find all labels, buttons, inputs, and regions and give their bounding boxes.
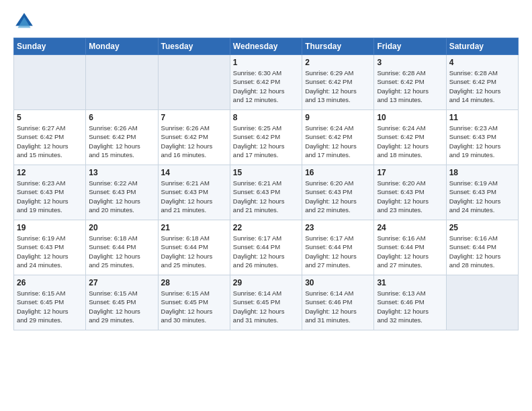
day-number: 26 xyxy=(17,278,83,287)
calendar-cell: 18Sunrise: 6:19 AM Sunset: 6:43 PM Dayli… xyxy=(446,165,518,220)
day-number: 30 xyxy=(305,278,371,287)
day-info: Sunrise: 6:28 AM Sunset: 6:42 PM Dayligh… xyxy=(377,68,443,104)
day-number: 21 xyxy=(161,223,227,232)
day-info: Sunrise: 6:21 AM Sunset: 6:43 PM Dayligh… xyxy=(233,179,299,214)
day-info: Sunrise: 6:27 AM Sunset: 6:42 PM Dayligh… xyxy=(17,124,83,159)
calendar-cell: 11Sunrise: 6:23 AM Sunset: 6:43 PM Dayli… xyxy=(446,110,518,165)
day-info: Sunrise: 6:15 AM Sunset: 6:45 PM Dayligh… xyxy=(89,289,154,324)
calendar-cell xyxy=(14,55,86,110)
calendar-cell: 15Sunrise: 6:21 AM Sunset: 6:43 PM Dayli… xyxy=(230,165,302,220)
day-info: Sunrise: 6:18 AM Sunset: 6:44 PM Dayligh… xyxy=(89,234,154,269)
day-number: 23 xyxy=(305,223,371,232)
calendar-week-3: 12Sunrise: 6:23 AM Sunset: 6:43 PM Dayli… xyxy=(14,165,519,220)
calendar-cell: 27Sunrise: 6:15 AM Sunset: 6:45 PM Dayli… xyxy=(86,275,158,330)
day-number: 14 xyxy=(161,168,227,177)
day-number: 11 xyxy=(449,113,515,122)
calendar-cell: 3Sunrise: 6:28 AM Sunset: 6:42 PM Daylig… xyxy=(374,55,446,110)
calendar-cell: 25Sunrise: 6:16 AM Sunset: 6:44 PM Dayli… xyxy=(446,220,518,275)
day-number: 7 xyxy=(161,113,227,122)
calendar-cell: 29Sunrise: 6:14 AM Sunset: 6:45 PM Dayli… xyxy=(230,275,302,330)
weekday-header-row: SundayMondayTuesdayWednesdayThursdayFrid… xyxy=(14,38,519,55)
calendar-cell: 21Sunrise: 6:18 AM Sunset: 6:44 PM Dayli… xyxy=(158,220,230,275)
calendar-cell: 6Sunrise: 6:26 AM Sunset: 6:42 PM Daylig… xyxy=(86,110,158,165)
day-info: Sunrise: 6:16 AM Sunset: 6:44 PM Dayligh… xyxy=(377,234,443,269)
day-number: 6 xyxy=(89,113,154,122)
day-number: 15 xyxy=(233,168,299,177)
weekday-header-monday: Monday xyxy=(86,38,158,55)
weekday-header-sunday: Sunday xyxy=(14,38,86,55)
calendar-cell: 4Sunrise: 6:28 AM Sunset: 6:42 PM Daylig… xyxy=(446,55,518,110)
calendar-cell: 7Sunrise: 6:26 AM Sunset: 6:42 PM Daylig… xyxy=(158,110,230,165)
day-info: Sunrise: 6:22 AM Sunset: 6:43 PM Dayligh… xyxy=(89,179,154,214)
day-info: Sunrise: 6:29 AM Sunset: 6:42 PM Dayligh… xyxy=(305,68,371,104)
day-info: Sunrise: 6:20 AM Sunset: 6:43 PM Dayligh… xyxy=(377,179,443,214)
day-number: 9 xyxy=(305,113,371,122)
day-number: 24 xyxy=(377,223,443,232)
day-number: 10 xyxy=(377,113,443,122)
calendar-cell xyxy=(158,55,230,110)
day-info: Sunrise: 6:15 AM Sunset: 6:45 PM Dayligh… xyxy=(161,289,227,324)
day-info: Sunrise: 6:18 AM Sunset: 6:44 PM Dayligh… xyxy=(161,234,227,269)
calendar-cell: 22Sunrise: 6:17 AM Sunset: 6:44 PM Dayli… xyxy=(230,220,302,275)
weekday-header-friday: Friday xyxy=(374,38,446,55)
day-number: 8 xyxy=(233,113,299,122)
day-info: Sunrise: 6:13 AM Sunset: 6:46 PM Dayligh… xyxy=(377,289,443,324)
day-number: 25 xyxy=(449,223,515,232)
weekday-header-saturday: Saturday xyxy=(446,38,518,55)
day-number: 13 xyxy=(89,168,154,177)
day-number: 5 xyxy=(17,113,83,122)
weekday-header-thursday: Thursday xyxy=(302,38,374,55)
day-number: 29 xyxy=(233,278,299,287)
day-info: Sunrise: 6:28 AM Sunset: 6:42 PM Dayligh… xyxy=(449,68,515,104)
day-info: Sunrise: 6:26 AM Sunset: 6:42 PM Dayligh… xyxy=(161,124,227,159)
calendar-cell: 1Sunrise: 6:30 AM Sunset: 6:42 PM Daylig… xyxy=(230,55,302,110)
weekday-header-tuesday: Tuesday xyxy=(158,38,230,55)
calendar-cell: 13Sunrise: 6:22 AM Sunset: 6:43 PM Dayli… xyxy=(86,165,158,220)
calendar-cell: 23Sunrise: 6:17 AM Sunset: 6:44 PM Dayli… xyxy=(302,220,374,275)
day-info: Sunrise: 6:20 AM Sunset: 6:43 PM Dayligh… xyxy=(305,179,371,214)
day-number: 2 xyxy=(305,58,371,67)
calendar-cell xyxy=(86,55,158,110)
day-number: 16 xyxy=(305,168,371,177)
day-number: 17 xyxy=(377,168,443,177)
logo xyxy=(13,11,38,32)
day-info: Sunrise: 6:17 AM Sunset: 6:44 PM Dayligh… xyxy=(305,234,371,269)
day-number: 12 xyxy=(17,168,83,177)
calendar-cell: 16Sunrise: 6:20 AM Sunset: 6:43 PM Dayli… xyxy=(302,165,374,220)
day-info: Sunrise: 6:23 AM Sunset: 6:43 PM Dayligh… xyxy=(449,124,515,159)
day-info: Sunrise: 6:30 AM Sunset: 6:42 PM Dayligh… xyxy=(233,68,299,104)
day-info: Sunrise: 6:25 AM Sunset: 6:42 PM Dayligh… xyxy=(233,124,299,159)
day-info: Sunrise: 6:14 AM Sunset: 6:45 PM Dayligh… xyxy=(233,289,299,324)
calendar-cell: 2Sunrise: 6:29 AM Sunset: 6:42 PM Daylig… xyxy=(302,55,374,110)
logo-icon xyxy=(13,11,35,32)
calendar-cell: 14Sunrise: 6:21 AM Sunset: 6:43 PM Dayli… xyxy=(158,165,230,220)
day-info: Sunrise: 6:26 AM Sunset: 6:42 PM Dayligh… xyxy=(89,124,154,159)
day-number: 28 xyxy=(161,278,227,287)
day-number: 1 xyxy=(233,58,299,67)
day-info: Sunrise: 6:14 AM Sunset: 6:46 PM Dayligh… xyxy=(305,289,371,324)
calendar-cell: 8Sunrise: 6:25 AM Sunset: 6:42 PM Daylig… xyxy=(230,110,302,165)
day-info: Sunrise: 6:19 AM Sunset: 6:43 PM Dayligh… xyxy=(449,179,515,214)
calendar-table: SundayMondayTuesdayWednesdayThursdayFrid… xyxy=(13,38,519,330)
day-number: 4 xyxy=(449,58,515,67)
day-info: Sunrise: 6:23 AM Sunset: 6:43 PM Dayligh… xyxy=(17,179,83,214)
calendar-week-1: 1Sunrise: 6:30 AM Sunset: 6:42 PM Daylig… xyxy=(14,55,519,110)
calendar-week-5: 26Sunrise: 6:15 AM Sunset: 6:45 PM Dayli… xyxy=(14,275,519,330)
calendar-cell: 12Sunrise: 6:23 AM Sunset: 6:43 PM Dayli… xyxy=(14,165,86,220)
calendar-cell: 17Sunrise: 6:20 AM Sunset: 6:43 PM Dayli… xyxy=(374,165,446,220)
day-info: Sunrise: 6:24 AM Sunset: 6:42 PM Dayligh… xyxy=(377,124,443,159)
day-info: Sunrise: 6:19 AM Sunset: 6:43 PM Dayligh… xyxy=(17,234,83,269)
day-number: 27 xyxy=(89,278,154,287)
day-number: 3 xyxy=(377,58,443,67)
day-info: Sunrise: 6:17 AM Sunset: 6:44 PM Dayligh… xyxy=(233,234,299,269)
calendar-cell: 19Sunrise: 6:19 AM Sunset: 6:43 PM Dayli… xyxy=(14,220,86,275)
day-info: Sunrise: 6:16 AM Sunset: 6:44 PM Dayligh… xyxy=(449,234,515,269)
calendar-week-2: 5Sunrise: 6:27 AM Sunset: 6:42 PM Daylig… xyxy=(14,110,519,165)
day-number: 22 xyxy=(233,223,299,232)
calendar-cell xyxy=(446,275,518,330)
calendar-cell: 30Sunrise: 6:14 AM Sunset: 6:46 PM Dayli… xyxy=(302,275,374,330)
day-info: Sunrise: 6:15 AM Sunset: 6:45 PM Dayligh… xyxy=(17,289,83,324)
day-number: 31 xyxy=(377,278,443,287)
calendar-cell: 26Sunrise: 6:15 AM Sunset: 6:45 PM Dayli… xyxy=(14,275,86,330)
calendar-page: SundayMondayTuesdayWednesdayThursdayFrid… xyxy=(0,0,532,411)
